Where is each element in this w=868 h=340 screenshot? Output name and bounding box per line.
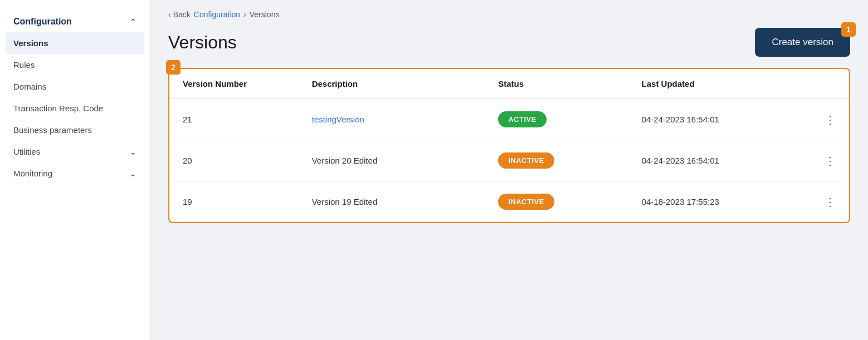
status-badge: ACTIVE xyxy=(498,111,547,127)
badge-2: 2 xyxy=(166,60,181,75)
sidebar-item-rules[interactable]: Rules xyxy=(6,54,144,76)
sidebar-item-business-parameters[interactable]: Business parameters xyxy=(6,119,144,141)
sidebar-monitoring-title: Monitoring xyxy=(13,169,52,178)
breadcrumb: ‹ Back Configuration › Versions xyxy=(150,0,868,24)
table-row: 20Version 20 EditedINACTIVE04-24-2023 16… xyxy=(169,140,849,181)
sidebar-section-monitoring[interactable]: Monitoring ⌄ xyxy=(0,162,150,184)
sidebar-item-transaction-resp-code[interactable]: Transaction Resp. Code xyxy=(6,97,144,119)
sidebar-item-versions[interactable]: Versions xyxy=(6,32,144,54)
status-badge: INACTIVE xyxy=(498,152,554,169)
chevron-down-icon-monitoring: ⌄ xyxy=(130,169,136,178)
more-options-icon[interactable]: ⋮ xyxy=(813,154,836,167)
cell-version-number: 21 xyxy=(169,99,299,140)
cell-description: Version 19 Edited xyxy=(299,181,485,223)
cell-description: Version 20 Edited xyxy=(299,140,485,181)
status-badge: INACTIVE xyxy=(498,194,554,210)
cell-more-action[interactable]: ⋮ xyxy=(800,140,849,181)
breadcrumb-configuration[interactable]: Configuration xyxy=(194,10,240,19)
create-version-wrapper: 1 Create version xyxy=(755,28,850,57)
versions-table-section: 2 Version Number Description Status xyxy=(168,68,850,223)
col-header-status: Status xyxy=(485,69,628,99)
col-header-action xyxy=(800,69,849,99)
cell-status: INACTIVE xyxy=(485,140,628,181)
versions-table-container: Version Number Description Status Last U… xyxy=(168,68,850,223)
cell-last-updated: 04-24-2023 16:54:01 xyxy=(628,140,801,181)
cell-status: INACTIVE xyxy=(485,181,628,223)
sidebar-utilities-title: Utilities xyxy=(13,147,40,156)
cell-description[interactable]: testingVersion xyxy=(299,99,485,140)
more-options-icon[interactable]: ⋮ xyxy=(813,195,836,209)
sidebar-section-configuration[interactable]: Configuration ⌃ xyxy=(0,11,150,32)
create-version-button[interactable]: Create version xyxy=(755,28,850,57)
table-header-row: Version Number Description Status Last U… xyxy=(169,69,849,99)
description-link[interactable]: testingVersion xyxy=(312,115,364,124)
sidebar-item-domains[interactable]: Domains xyxy=(6,76,144,97)
col-header-description: Description xyxy=(299,69,485,99)
versions-table: Version Number Description Status Last U… xyxy=(169,69,849,222)
breadcrumb-back[interactable]: ‹ Back xyxy=(168,10,191,19)
col-header-version-number: Version Number xyxy=(169,69,299,99)
chevron-down-icon-utilities: ⌄ xyxy=(130,147,136,156)
cell-last-updated: 04-18-2023 17:55:23 xyxy=(628,181,801,223)
more-options-icon[interactable]: ⋮ xyxy=(813,113,836,126)
sidebar-section-utilities[interactable]: Utilities ⌄ xyxy=(0,141,150,162)
cell-last-updated: 04-24-2023 16:54:01 xyxy=(628,99,801,140)
breadcrumb-current: Versions xyxy=(250,10,280,19)
breadcrumb-separator: › xyxy=(243,10,246,19)
cell-more-action[interactable]: ⋮ xyxy=(800,181,849,223)
badge-1: 1 xyxy=(841,22,856,37)
col-header-last-updated: Last Updated xyxy=(628,69,801,99)
sidebar-configuration-title: Configuration xyxy=(13,17,72,27)
cell-version-number: 20 xyxy=(169,140,299,181)
page-header: Versions 1 Create version xyxy=(150,24,868,68)
chevron-up-icon: ⌃ xyxy=(130,17,136,26)
main-content: ‹ Back Configuration › Versions Versions… xyxy=(150,0,868,340)
table-row: 19Version 19 EditedINACTIVE04-18-2023 17… xyxy=(169,181,849,223)
cell-status: ACTIVE xyxy=(485,99,628,140)
cell-more-action[interactable]: ⋮ xyxy=(800,99,849,140)
table-row: 21testingVersionACTIVE04-24-2023 16:54:0… xyxy=(169,99,849,140)
sidebar: Configuration ⌃ Versions Rules Domains T… xyxy=(0,0,150,340)
cell-version-number: 19 xyxy=(169,181,299,223)
page-title: Versions xyxy=(168,32,237,53)
